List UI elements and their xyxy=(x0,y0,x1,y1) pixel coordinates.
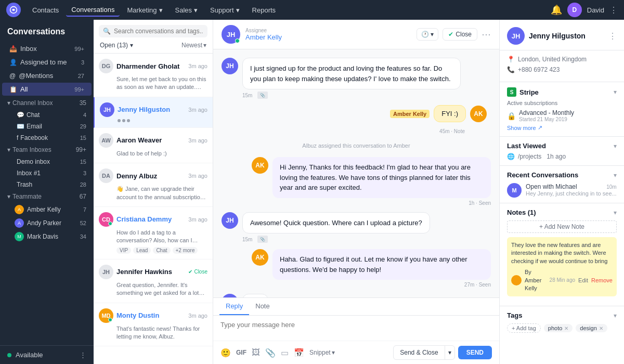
reply-tabs: Reply Note xyxy=(213,298,499,316)
attachment-btn-icon[interactable]: 📎 xyxy=(265,348,276,358)
note-tab[interactable]: Note xyxy=(249,298,276,315)
nav-more-icon[interactable]: ⋮ xyxy=(609,5,618,15)
search-input[interactable] xyxy=(114,28,203,35)
conv-item-2[interactable]: AW Aaron Weaver 3m ago Glad to be of hel… xyxy=(94,128,213,163)
show-more-btn[interactable]: Show more ↗ xyxy=(507,124,617,131)
lock-icon: 🔒 xyxy=(507,112,516,120)
chevron-down-icon: ▾ xyxy=(130,42,133,49)
external-link-icon: ↗ xyxy=(538,124,542,131)
typing-indicator: JH xyxy=(222,294,491,297)
add-note-btn[interactable]: + Add New Note xyxy=(507,220,617,233)
close-conversation-btn[interactable]: ✔ Close xyxy=(443,28,477,41)
template-icon[interactable]: ▭ xyxy=(281,348,289,358)
attachment-icon-0: 📎 xyxy=(257,92,268,99)
msg-bubble-0: I just signed up for the product and lov… xyxy=(242,58,461,89)
chat-more-icon[interactable]: ⋯ xyxy=(482,29,491,40)
calendar-icon[interactable]: 📅 xyxy=(294,348,304,358)
conv-tags-4: VIP Lead Chat +2 more xyxy=(99,247,207,254)
timer-btn[interactable]: 🕐 ▾ xyxy=(417,28,438,41)
msg-meta-4: 15m 📎 xyxy=(242,236,430,243)
image-icon[interactable]: 🖼 xyxy=(252,348,260,357)
stripe-section-header[interactable]: S Stripe ▾ xyxy=(507,87,617,97)
sidebar-item-amber[interactable]: A Amber Kelly 7 xyxy=(0,203,94,216)
assignee-name-link[interactable]: Amber Kelly xyxy=(245,33,282,41)
sidebar-item-chat[interactable]: 💬 Chat 4 xyxy=(0,109,94,121)
emoji-icon[interactable]: 🙂 xyxy=(220,348,231,358)
sidebar-channel-inbox-header[interactable]: ▾ Channel Inbox 35 xyxy=(0,97,94,109)
typing-bubble xyxy=(242,294,268,297)
notifications-icon[interactable]: 🔔 xyxy=(551,4,562,16)
contact-header: JH Jenny Hilguston ⋮ xyxy=(500,20,624,50)
conv-list-header: 🔍 Open (13) ▾ Newest ▾ xyxy=(94,20,213,54)
conv-item-6[interactable]: MD Monty Dustin 3m ago That's fantastic … xyxy=(94,303,213,347)
sidebar-team-inboxes-header[interactable]: ▾ Team Inboxes 99+ xyxy=(0,144,94,156)
sidebar-item-all[interactable]: 📋 All 99+ xyxy=(2,83,92,96)
chat-messages: JH I just signed up for the product and … xyxy=(213,49,499,297)
sidebar-item-mentions[interactable]: @ @Mentions 27 xyxy=(2,69,92,82)
nav-conversations[interactable]: Conversations xyxy=(66,4,120,17)
message-4: JH Awesome! Quick question. Where can I … xyxy=(222,212,491,243)
msg-bubble-3: Hi Jenny, Thanks for this feedback! I'm … xyxy=(272,157,491,198)
chat-area: JH Assignee Amber Kelly 🕐 ▾ ✔ Close ⋯ xyxy=(213,20,499,364)
tags-header: Tags ▾ xyxy=(507,311,617,319)
phone-icon: 📞 xyxy=(507,66,515,73)
sidebar-item-inbox[interactable]: 📥 Inbox 99+ xyxy=(2,42,92,55)
tag-remove-design[interactable]: ✕ xyxy=(599,326,603,331)
user-avatar[interactable]: D xyxy=(567,3,582,17)
conv-item-4[interactable]: CD Cristiana Demmy 3m ago How do I add a… xyxy=(94,207,213,259)
location-icon: 📍 xyxy=(507,56,515,63)
user-name-label: David xyxy=(587,6,604,14)
sidebar-item-email[interactable]: ✉️ Email 29 xyxy=(0,121,94,132)
attachment-icon-4: 📎 xyxy=(257,236,268,243)
nav-contacts[interactable]: Contacts xyxy=(27,4,64,16)
note-remove-btn[interactable]: Remove xyxy=(591,277,613,284)
tags-list: + Add tag photo ✕ design ✕ xyxy=(507,323,617,333)
open-filter-btn[interactable]: Open (13) ▾ xyxy=(100,42,133,49)
sidebar-item-andy[interactable]: A Andy Parker 52 xyxy=(0,216,94,230)
sidebar-teammate-header[interactable]: ▾ Teammate 67 xyxy=(0,190,94,203)
sort-filter-btn[interactable]: Newest ▾ xyxy=(181,42,206,49)
tag-remove-photo[interactable]: ✕ xyxy=(564,326,568,331)
contact-more-icon[interactable]: ⋮ xyxy=(608,31,617,41)
sidebar-item-demo-inbox[interactable]: Demo inbox 15 xyxy=(0,156,94,167)
nav-sales[interactable]: Sales ▾ xyxy=(170,4,203,16)
tag-chip-photo: photo ✕ xyxy=(544,324,573,332)
conv-avatar-6: MD xyxy=(99,308,113,323)
recent-conv-header[interactable]: Recent Conversations ▾ xyxy=(507,171,617,179)
add-tag-btn[interactable]: + Add tag xyxy=(507,323,541,333)
conv-avatar-2: AW xyxy=(99,133,113,148)
last-viewed-row: 🌐 /projects 1h ago xyxy=(507,153,617,160)
conv-item-1[interactable]: JH Jenny Hilguston 3m ago xyxy=(94,97,213,128)
notes-header: Notes (1) ▾ xyxy=(507,209,617,216)
reply-input-area[interactable] xyxy=(213,316,499,341)
sidebar-item-inbox1[interactable]: Inbox #1 3 xyxy=(0,167,94,179)
nav-support[interactable]: Support ▾ xyxy=(205,4,245,16)
reply-tab[interactable]: Reply xyxy=(219,298,249,315)
note-edit-btn[interactable]: Edit xyxy=(578,277,588,284)
tags-title: Tags xyxy=(507,311,522,319)
nav-reports[interactable]: Reports xyxy=(247,4,281,16)
conv-avatar-0: DG xyxy=(99,59,113,73)
nav-marketing[interactable]: Marketing ▾ xyxy=(122,4,167,16)
sidebar-footer-more-icon[interactable]: ⋮ xyxy=(80,351,86,359)
typing-avatar: JH xyxy=(222,294,238,297)
sidebar-item-mark[interactable]: M Mark Davis 34 xyxy=(0,230,94,243)
send-close-chevron-icon[interactable]: ▾ xyxy=(445,346,454,359)
msg-bubble-4: Awesome! Quick question. Where can I upl… xyxy=(242,212,430,234)
send-and-close-btn[interactable]: Send & Close ▾ xyxy=(393,345,454,360)
recent-conv-avatar: M xyxy=(507,183,522,198)
conv-item-3[interactable]: DA Denny Albuz 3m ago 👋 Jane, can we upg… xyxy=(94,163,213,207)
snippet-btn[interactable]: Snippet ▾ xyxy=(309,349,335,356)
conv-item-0[interactable]: DG Dharmender Gholat 3m ago Sure, let me… xyxy=(94,54,213,97)
conv-avatar-3: DA xyxy=(99,168,113,183)
sidebar-item-assigned[interactable]: 👤 Assigned to me 3 xyxy=(2,56,92,69)
sidebar-item-facebook[interactable]: f Facebook 15 xyxy=(0,132,94,144)
conv-item-5[interactable]: JH Jennifer Hawkins ✔ Close Great questi… xyxy=(94,259,213,303)
send-btn[interactable]: SEND xyxy=(458,346,492,359)
gif-icon[interactable]: GIF xyxy=(236,349,246,356)
message-1-amber: Amber Kelly FYI :) AK xyxy=(222,105,491,122)
nav-right-area: 🔔 D David ⋮ xyxy=(551,3,618,17)
sidebar-item-trash[interactable]: Trash 28 xyxy=(0,179,94,190)
last-viewed-header[interactable]: Last Viewed ▾ xyxy=(507,142,617,150)
message-input[interactable] xyxy=(220,321,492,329)
